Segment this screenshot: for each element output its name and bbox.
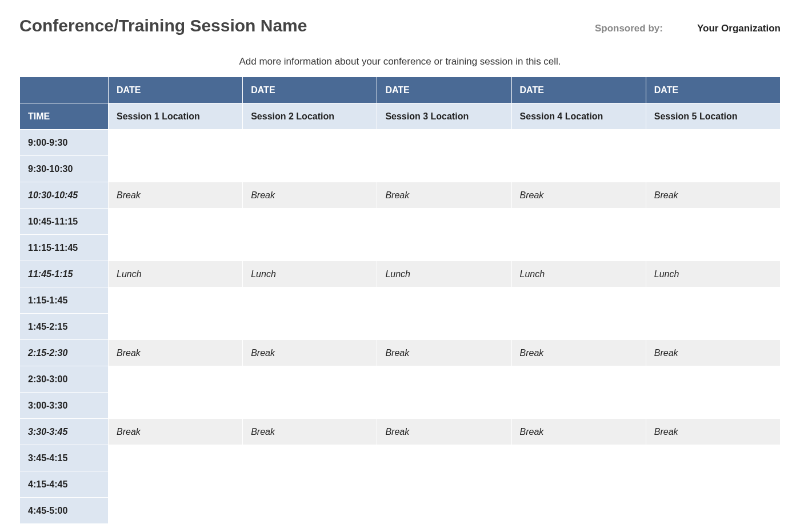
table-row: 9:30-10:30 — [20, 156, 781, 182]
session-cell[interactable] — [377, 393, 511, 419]
session-cell[interactable] — [377, 366, 511, 393]
session-cell[interactable] — [377, 445, 511, 471]
session-cell[interactable]: Break — [243, 419, 377, 445]
session-cell[interactable] — [511, 209, 646, 235]
location-header: Session 4 Location — [511, 103, 646, 130]
session-cell[interactable] — [243, 235, 377, 261]
session-cell[interactable] — [646, 156, 780, 182]
time-cell: 4:15-4:45 — [20, 471, 109, 498]
session-cell[interactable]: Break — [377, 419, 511, 445]
session-cell[interactable] — [377, 498, 511, 524]
session-cell[interactable] — [243, 471, 377, 498]
session-cell[interactable]: Break — [646, 340, 780, 366]
time-cell: 3:30-3:45 — [20, 419, 109, 445]
session-cell[interactable] — [377, 156, 511, 182]
time-cell: 11:15-11:45 — [20, 235, 109, 261]
sponsored-by-label: Sponsored by: — [595, 23, 663, 34]
table-row: 11:45-1:15LunchLunchLunchLunchLunch — [20, 261, 781, 287]
table-row: 10:30-10:45BreakBreakBreakBreakBreak — [20, 182, 781, 209]
session-cell[interactable] — [109, 287, 243, 314]
session-cell[interactable] — [511, 235, 646, 261]
table-row: 3:00-3:30 — [20, 393, 781, 419]
date-header: DATE — [646, 77, 780, 103]
session-cell[interactable] — [377, 287, 511, 314]
session-cell[interactable] — [109, 314, 243, 340]
session-cell[interactable]: Break — [646, 419, 780, 445]
session-cell[interactable] — [646, 130, 780, 156]
subinfo-text: Add more information about your conferen… — [19, 56, 781, 67]
session-cell[interactable] — [377, 471, 511, 498]
session-cell[interactable] — [109, 156, 243, 182]
time-header: TIME — [20, 103, 109, 130]
session-cell[interactable] — [243, 314, 377, 340]
schedule-table: DATE DATE DATE DATE DATE TIME Session 1 … — [19, 77, 781, 524]
date-header: DATE — [377, 77, 511, 103]
table-row: 3:30-3:45BreakBreakBreakBreakBreak — [20, 419, 781, 445]
session-cell[interactable] — [109, 209, 243, 235]
session-cell[interactable] — [109, 366, 243, 393]
session-cell[interactable] — [109, 471, 243, 498]
session-cell[interactable] — [109, 393, 243, 419]
session-cell[interactable] — [646, 209, 780, 235]
session-cell[interactable] — [511, 314, 646, 340]
location-header-row: TIME Session 1 Location Session 2 Locati… — [20, 103, 781, 130]
session-cell[interactable]: Lunch — [511, 261, 646, 287]
session-cell[interactable]: Lunch — [243, 261, 377, 287]
session-cell[interactable] — [646, 314, 780, 340]
session-cell[interactable] — [377, 209, 511, 235]
session-cell[interactable] — [646, 471, 780, 498]
session-cell[interactable]: Lunch — [109, 261, 243, 287]
session-cell[interactable] — [511, 393, 646, 419]
session-cell[interactable]: Break — [109, 340, 243, 366]
table-row: 9:00-9:30 — [20, 130, 781, 156]
session-cell[interactable] — [511, 156, 646, 182]
session-cell[interactable] — [646, 287, 780, 314]
session-cell[interactable]: Break — [511, 340, 646, 366]
session-cell[interactable] — [243, 445, 377, 471]
session-cell[interactable] — [377, 235, 511, 261]
session-cell[interactable]: Break — [377, 340, 511, 366]
session-cell[interactable] — [243, 287, 377, 314]
session-cell[interactable] — [243, 393, 377, 419]
session-cell[interactable]: Break — [243, 182, 377, 209]
session-cell[interactable]: Break — [511, 182, 646, 209]
session-cell[interactable]: Break — [109, 419, 243, 445]
session-cell[interactable] — [109, 498, 243, 524]
corner-cell — [20, 77, 109, 103]
time-cell: 9:00-9:30 — [20, 130, 109, 156]
session-cell[interactable] — [377, 130, 511, 156]
session-cell[interactable] — [377, 314, 511, 340]
session-cell[interactable]: Break — [243, 340, 377, 366]
session-cell[interactable]: Lunch — [646, 261, 780, 287]
session-cell[interactable] — [243, 130, 377, 156]
session-cell[interactable] — [243, 209, 377, 235]
session-cell[interactable] — [646, 235, 780, 261]
table-row: 4:45-5:00 — [20, 498, 781, 524]
session-cell[interactable] — [511, 498, 646, 524]
session-cell[interactable] — [511, 471, 646, 498]
session-cell[interactable]: Break — [511, 419, 646, 445]
date-header: DATE — [109, 77, 243, 103]
session-cell[interactable] — [646, 445, 780, 471]
session-cell[interactable] — [511, 130, 646, 156]
date-header-row: DATE DATE DATE DATE DATE — [20, 77, 781, 103]
time-cell: 2:30-3:00 — [20, 366, 109, 393]
session-cell[interactable] — [646, 393, 780, 419]
session-cell[interactable]: Break — [109, 182, 243, 209]
session-cell[interactable]: Break — [377, 182, 511, 209]
session-cell[interactable] — [109, 235, 243, 261]
session-cell[interactable]: Break — [646, 182, 780, 209]
session-cell[interactable] — [511, 366, 646, 393]
session-cell[interactable] — [646, 498, 780, 524]
session-cell[interactable] — [109, 130, 243, 156]
table-row: 1:45-2:15 — [20, 314, 781, 340]
session-cell[interactable] — [243, 498, 377, 524]
session-cell[interactable] — [243, 366, 377, 393]
session-cell[interactable] — [646, 366, 780, 393]
time-cell: 10:45-11:15 — [20, 209, 109, 235]
session-cell[interactable]: Lunch — [377, 261, 511, 287]
session-cell[interactable] — [109, 445, 243, 471]
session-cell[interactable] — [511, 287, 646, 314]
session-cell[interactable] — [243, 156, 377, 182]
session-cell[interactable] — [511, 445, 646, 471]
